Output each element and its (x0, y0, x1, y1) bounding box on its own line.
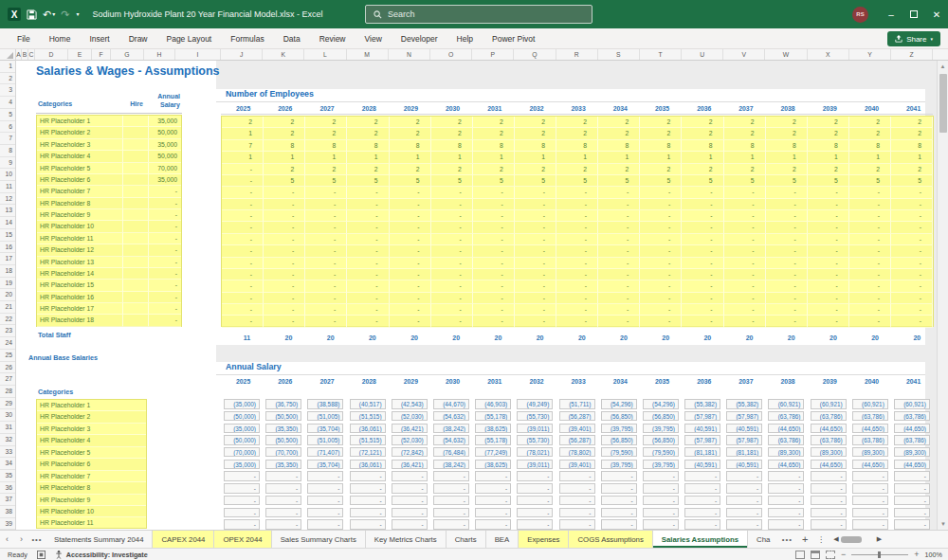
employee-count-cell[interactable]: - (264, 245, 305, 257)
employee-count-cell[interactable]: - (431, 222, 473, 233)
employee-count-cell[interactable]: - (849, 293, 891, 304)
employee-count-cell[interactable]: - (347, 304, 389, 316)
employee-count-cell[interactable]: - (473, 187, 515, 198)
staff-name-cell[interactable]: HR Placeholder 6 (37, 174, 123, 186)
salary-value-cell[interactable]: (39,795) (601, 460, 637, 470)
employee-count-cell[interactable]: - (724, 234, 766, 245)
select-all-corner[interactable] (0, 49, 16, 61)
row-number-37[interactable]: 37 (0, 494, 15, 506)
employees-total-cell[interactable]: 20 (723, 333, 765, 343)
employee-count-cell[interactable]: 2 (556, 128, 598, 139)
employee-count-cell[interactable]: - (808, 316, 849, 327)
employee-count-cell[interactable]: - (766, 210, 808, 222)
salary-value-cell[interactable]: - (517, 496, 553, 506)
employee-count-cell[interactable]: 2 (891, 117, 933, 128)
year-label[interactable]: 2038 (765, 376, 807, 388)
staff-name-cell[interactable]: HR Placeholder 10 (37, 221, 123, 232)
scroll-down-arrow[interactable]: ▼ (938, 518, 948, 530)
staff-name-cell[interactable]: HR Placeholder 3 (37, 139, 123, 151)
employee-count-cell[interactable]: 1 (849, 152, 891, 163)
column-header-V[interactable]: V (723, 49, 765, 60)
staff-salary-cell[interactable]: 70,000 (149, 163, 181, 174)
horizontal-scrollbar[interactable]: ◀ ▶ (833, 531, 882, 548)
employee-count-cell[interactable]: - (598, 258, 640, 269)
ribbon-tab-home[interactable]: Home (40, 28, 81, 49)
hscroll-right-arrow[interactable]: ▶ (877, 535, 882, 543)
employee-count-cell[interactable]: - (347, 245, 389, 257)
salary-value-cell[interactable]: - (433, 508, 469, 518)
employee-count-cell[interactable]: - (724, 293, 766, 304)
salary-value-cell[interactable]: (35,704) (307, 460, 343, 470)
salary-value-cell[interactable]: - (601, 508, 637, 518)
year-label[interactable]: 2030 (430, 376, 472, 388)
employee-count-cell[interactable]: - (390, 293, 431, 304)
employee-count-cell[interactable]: - (222, 280, 264, 292)
employee-count-cell[interactable]: 2 (640, 117, 682, 128)
column-header-N[interactable]: N (389, 49, 430, 60)
salary-value-cell[interactable]: (44,650) (894, 460, 930, 470)
employee-count-cell[interactable]: 1 (598, 152, 640, 163)
employee-count-cell[interactable]: - (305, 199, 347, 210)
employee-count-cell[interactable]: - (515, 316, 556, 327)
salary-value-cell[interactable]: - (643, 496, 679, 506)
salary-value-cell[interactable]: - (224, 496, 260, 506)
salary-value-cell[interactable]: (56,287) (559, 411, 595, 422)
salary-value-cell[interactable]: - (894, 496, 930, 506)
employee-count-cell[interactable]: 2 (305, 164, 347, 175)
salary-value-cell[interactable]: (54,296) (643, 399, 679, 409)
share-button[interactable]: Share ▾ (887, 31, 940, 46)
employee-count-cell[interactable]: 8 (264, 140, 305, 152)
ribbon-tab-view[interactable]: View (356, 28, 392, 49)
salary-value-cell[interactable]: (40,591) (726, 460, 762, 470)
salary-value-cell[interactable]: - (475, 483, 511, 494)
employee-count-cell[interactable]: - (598, 245, 640, 257)
employee-count-cell[interactable]: 2 (305, 128, 347, 139)
salary-value-cell[interactable]: - (811, 519, 847, 530)
employee-count-cell[interactable]: - (431, 316, 473, 327)
employee-count-cell[interactable]: - (515, 234, 556, 245)
normal-view-button[interactable] (795, 551, 805, 559)
salary-value-cell[interactable]: (39,795) (601, 424, 637, 434)
employee-count-cell[interactable]: - (347, 258, 389, 269)
employee-count-cell[interactable]: 8 (347, 140, 389, 152)
employee-count-cell[interactable]: 5 (766, 175, 808, 187)
year-label[interactable]: 2034 (598, 103, 640, 114)
year-label[interactable]: 2029 (389, 376, 430, 388)
employee-count-cell[interactable]: 5 (431, 175, 473, 187)
salary-value-cell[interactable]: - (350, 483, 386, 494)
employee-count-cell[interactable]: - (515, 222, 556, 233)
salary-value-cell[interactable]: - (265, 483, 301, 494)
column-header-G[interactable]: G (111, 49, 144, 60)
salary-value-cell[interactable]: - (643, 483, 679, 494)
employee-count-cell[interactable]: - (891, 210, 933, 222)
salary-value-cell[interactable]: (57,987) (726, 435, 762, 445)
row-number-27[interactable]: 27 (0, 373, 15, 386)
employee-count-cell[interactable]: 1 (222, 152, 264, 163)
employee-count-cell[interactable]: - (891, 222, 933, 233)
employee-count-cell[interactable]: - (264, 199, 305, 210)
salary-value-cell[interactable]: - (601, 483, 637, 494)
employee-count-cell[interactable]: 2 (264, 117, 305, 128)
employee-count-cell[interactable]: 1 (264, 152, 305, 163)
row-number-38[interactable]: 38 (0, 506, 15, 518)
staff-name-cell[interactable]: HR Placeholder 9 (37, 209, 123, 221)
staff-salary-cell[interactable]: - (149, 186, 181, 197)
staff-hire-cell[interactable] (123, 174, 150, 186)
salary-value-cell[interactable]: - (517, 508, 553, 518)
employee-count-cell[interactable]: - (515, 293, 556, 304)
year-label[interactable]: 2033 (556, 103, 598, 114)
staff-hire-cell[interactable] (123, 257, 150, 268)
salary-value-cell[interactable]: - (350, 496, 386, 506)
salary-value-cell[interactable]: (55,382) (726, 399, 762, 409)
salary-value-cell[interactable]: (38,242) (433, 424, 469, 434)
employee-count-cell[interactable]: - (640, 269, 682, 280)
employee-count-cell[interactable]: - (766, 199, 808, 210)
employees-total-cell[interactable]: 20 (263, 333, 304, 343)
staff-salary-cell[interactable]: - (149, 244, 181, 256)
employee-count-cell[interactable]: 2 (305, 117, 347, 128)
salary-value-cell[interactable]: - (224, 508, 260, 518)
staff-salary-cell[interactable]: - (149, 303, 181, 315)
employee-count-cell[interactable]: 2 (515, 128, 556, 139)
employee-count-cell[interactable]: - (766, 316, 808, 327)
salary-value-cell[interactable]: - (601, 496, 637, 506)
